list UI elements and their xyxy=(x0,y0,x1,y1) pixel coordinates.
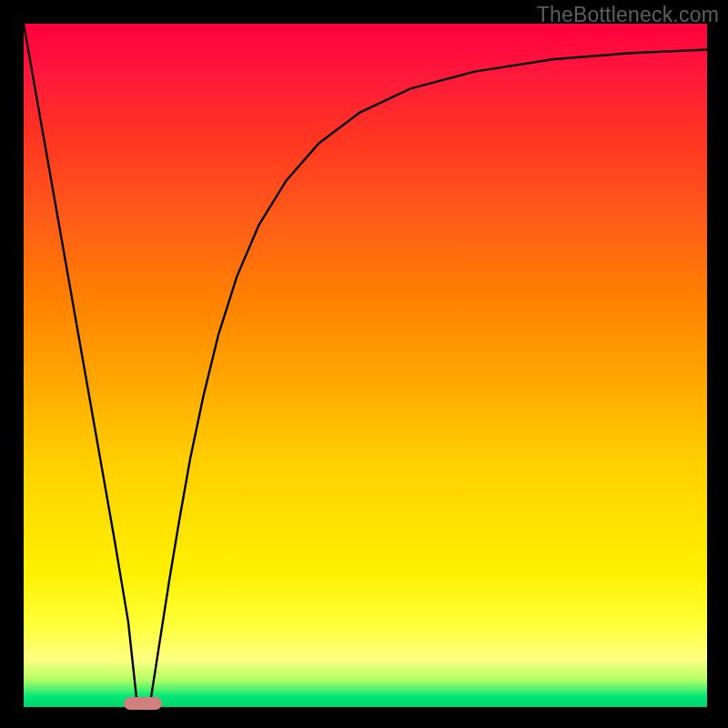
left-curve xyxy=(24,24,137,703)
right-curve xyxy=(150,50,707,704)
optimal-marker xyxy=(124,697,162,710)
curve-layer xyxy=(24,24,707,707)
chart-container: TheBottleneck.com xyxy=(0,0,728,728)
